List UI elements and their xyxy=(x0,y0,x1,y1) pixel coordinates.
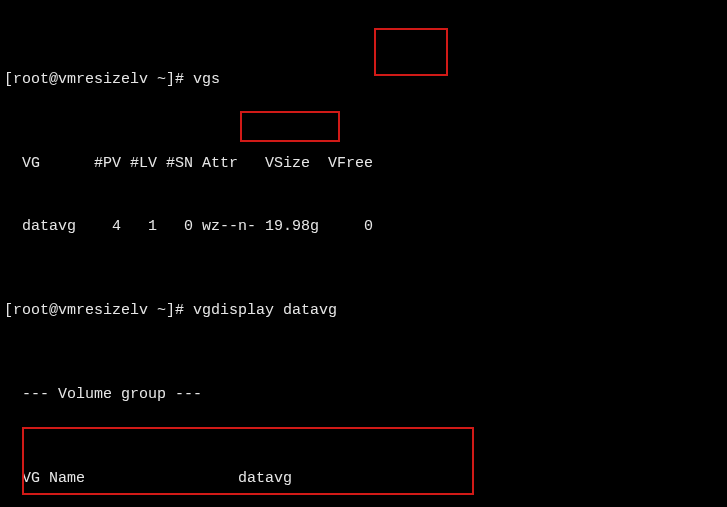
vgs-row: datavg 4 1 0 wz--n- 19.98g 0 xyxy=(4,216,723,237)
row-vg-name: VG Namedatavg xyxy=(4,468,723,489)
command-text: vgdisplay datavg xyxy=(193,302,337,319)
prompt: [root@vmresizelv ~]# xyxy=(4,71,193,88)
highlight-box-vgname xyxy=(240,111,340,142)
vgdisplay-section-header: --- Volume group --- xyxy=(4,384,723,405)
cmd-line-2: [root@vmresizelv ~]# vgdisplay datavg xyxy=(4,300,723,321)
value: datavg xyxy=(238,468,292,489)
vgs-header: VG #PV #LV #SN Attr VSize VFree xyxy=(4,153,723,174)
cmd-line-1: [root@vmresizelv ~]# vgs xyxy=(4,69,723,90)
terminal-root: [root@vmresizelv ~]# vgs VG #PV #LV #SN … xyxy=(0,0,727,507)
command-text: vgs xyxy=(193,71,220,88)
prompt: [root@vmresizelv ~]# xyxy=(4,302,193,319)
label: VG Name xyxy=(4,468,238,489)
